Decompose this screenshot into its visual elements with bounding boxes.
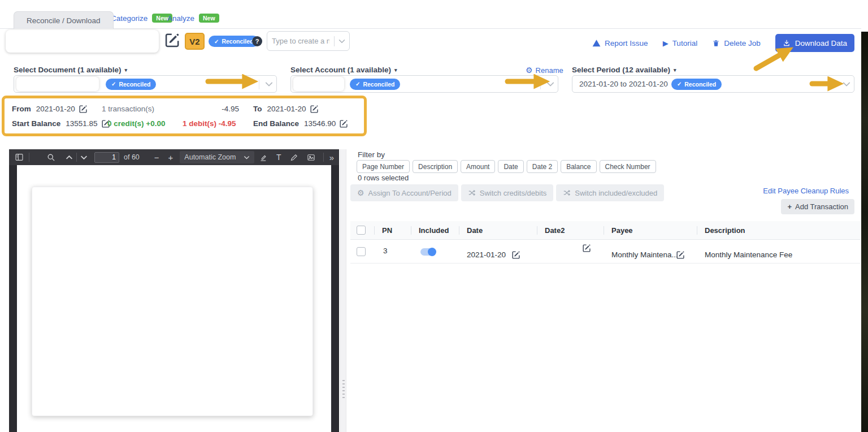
text-tool-icon[interactable]: T (276, 153, 281, 162)
select-divider (540, 80, 541, 89)
previous-page-icon[interactable] (66, 154, 73, 161)
edit-date2-icon[interactable] (583, 244, 591, 252)
check-icon: ✓ (214, 38, 219, 45)
select-document-label[interactable]: Select Document (1 available) ▾ (14, 66, 127, 74)
desktop-wallpaper-edge (861, 32, 868, 432)
col-date: Date (467, 226, 483, 235)
filter-chip-date2[interactable]: Date 2 (527, 160, 558, 173)
select-period-label[interactable]: Select Period (12 available) ▾ (572, 66, 676, 74)
edit-end-balance-icon[interactable] (340, 119, 348, 128)
check-icon: ✓ (111, 81, 116, 87)
caret-down-icon: ▾ (674, 67, 676, 73)
edit-date-icon[interactable] (512, 250, 520, 259)
download-data-button[interactable]: Download Data (775, 34, 854, 52)
col-pn: PN (382, 226, 392, 235)
account-reconciled-badge: ✓ Reconciled (350, 79, 400, 90)
rename-account-link[interactable]: ⚙ Rename (526, 66, 563, 75)
chevron-down-icon[interactable] (265, 80, 273, 88)
add-transaction-button[interactable]: + Add Transaction (781, 199, 854, 214)
pdf-page (17, 165, 331, 432)
pdf-page-content-redacted (32, 187, 313, 416)
zoom-level-select[interactable]: Automatic Zoom (180, 151, 254, 163)
check-icon: ✓ (355, 81, 360, 87)
next-page-icon[interactable] (80, 154, 88, 161)
filter-chip-date[interactable]: Date (498, 160, 523, 173)
filter-chip-check-number[interactable]: Check Number (600, 160, 656, 173)
help-icon[interactable]: ? (252, 36, 262, 46)
select-account-dropdown[interactable]: ✓ Reconciled (290, 75, 558, 93)
search-icon[interactable] (47, 153, 55, 162)
highlighter-tool-icon[interactable] (259, 153, 268, 162)
col-date2: Date2 (545, 226, 565, 235)
sidebar-toggle-icon[interactable] (15, 153, 24, 162)
filter-chips: Page Number Description Amount Date Date… (357, 160, 656, 173)
reconciliation-summary: From 2021-01-20 1 transaction(s) -4.95 T… (2, 96, 367, 136)
table-header: PN Included Date Date2 Payee Description (350, 221, 860, 240)
tab-categorize[interactable]: Categorize New (111, 14, 172, 23)
job-title[interactable] (6, 30, 159, 53)
debits-summary: 1 debit(s) -4.95 (183, 118, 236, 128)
select-period-dropdown[interactable]: 2021-01-20 to 2021-01-20 ✓ Reconciled (572, 75, 854, 93)
edit-job-title-icon[interactable] (165, 32, 180, 47)
trash-icon (712, 39, 720, 47)
rows-selected-count: 0 rows selected (358, 174, 409, 182)
filter-chip-description[interactable]: Description (413, 160, 458, 173)
chevron-down-icon[interactable] (546, 80, 554, 88)
image-tool-icon[interactable] (307, 153, 315, 162)
page-number-input[interactable] (94, 152, 119, 163)
pdf-toolbar: of 60 − + Automatic Zoom T » (9, 149, 339, 165)
more-tools-icon[interactable]: » (329, 153, 334, 162)
switch-included-excluded-button[interactable]: Switch included/excluded (556, 184, 664, 201)
pdf-viewer (9, 165, 339, 432)
tab-reconcile-download[interactable]: Reconcile / Download (14, 11, 114, 29)
zoom-out-icon[interactable]: − (154, 153, 159, 162)
chevron-down-icon[interactable] (335, 38, 349, 45)
summary-to: To 2021-01-20 (253, 103, 319, 114)
select-document-dropdown[interactable]: ✓ Reconciled (14, 75, 277, 93)
zoom-in-icon[interactable]: + (168, 153, 173, 162)
edit-payee-icon[interactable] (676, 250, 685, 259)
tabbar-divider (0, 28, 861, 29)
assign-account-period-button[interactable]: ⚙ Assign To Account/Period (350, 184, 458, 201)
transactions-table: PN Included Date Date2 Payee Description… (350, 221, 860, 432)
arrow-download-data (756, 54, 781, 68)
row-checkbox[interactable] (357, 247, 366, 256)
delete-job-link[interactable]: Delete Job (712, 39, 761, 47)
edit-payee-cleanup-rules-link[interactable]: Edit Payee Cleanup Rules (763, 187, 849, 195)
tag-input[interactable] (267, 37, 334, 45)
summary-end-balance: End Balance 13546.90 (253, 118, 348, 128)
report-issue-link[interactable]: Report Issue (592, 39, 648, 47)
tab-analyze[interactable]: Analyze New (167, 14, 219, 23)
play-icon: ▶ (663, 39, 669, 47)
switch-credits-debits-button[interactable]: Switch credits/debits (461, 184, 554, 201)
panel-resize-handle[interactable] (340, 149, 346, 432)
col-included: Included (419, 226, 449, 235)
version-badge: V2 (185, 33, 205, 50)
filter-chip-amount[interactable]: Amount (461, 160, 495, 173)
summary-start-balance: Start Balance 13551.85 (12, 118, 110, 128)
period-reconciled-badge: ✓ Reconciled (671, 79, 722, 90)
tab-categorize-label: Categorize (111, 14, 147, 23)
col-description: Description (705, 226, 745, 235)
cell-date: 2021-01-20 (467, 250, 506, 259)
summary-from: From 2021-01-20 (12, 103, 88, 114)
filter-by-label: Filter by (358, 150, 385, 159)
included-toggle[interactable] (420, 248, 436, 256)
caret-down-icon: ▾ (394, 67, 397, 73)
to-date: 2021-01-20 (267, 105, 306, 113)
tutorial-link[interactable]: ▶ Tutorial (663, 39, 698, 47)
credits-summary: 0 credit(s) +0.00 (107, 118, 165, 128)
edit-to-date-icon[interactable] (310, 105, 319, 113)
new-badge: New (199, 14, 219, 23)
shuffle-icon (468, 189, 476, 197)
gear-icon: ⚙ (526, 66, 533, 75)
draw-tool-icon[interactable] (290, 153, 298, 162)
select-account-label[interactable]: Select Account (1 available) ▾ (290, 66, 397, 74)
table-row: 3 2021-01-20 Monthly Maintena... Monthly… (350, 240, 860, 263)
edit-from-date-icon[interactable] (79, 105, 88, 113)
filter-chip-page-number[interactable]: Page Number (357, 160, 410, 173)
filter-chip-balance[interactable]: Balance (561, 160, 596, 173)
select-all-checkbox[interactable] (357, 226, 366, 235)
cell-payee: Monthly Maintena... (611, 250, 678, 259)
chevron-down-icon[interactable] (843, 80, 850, 88)
